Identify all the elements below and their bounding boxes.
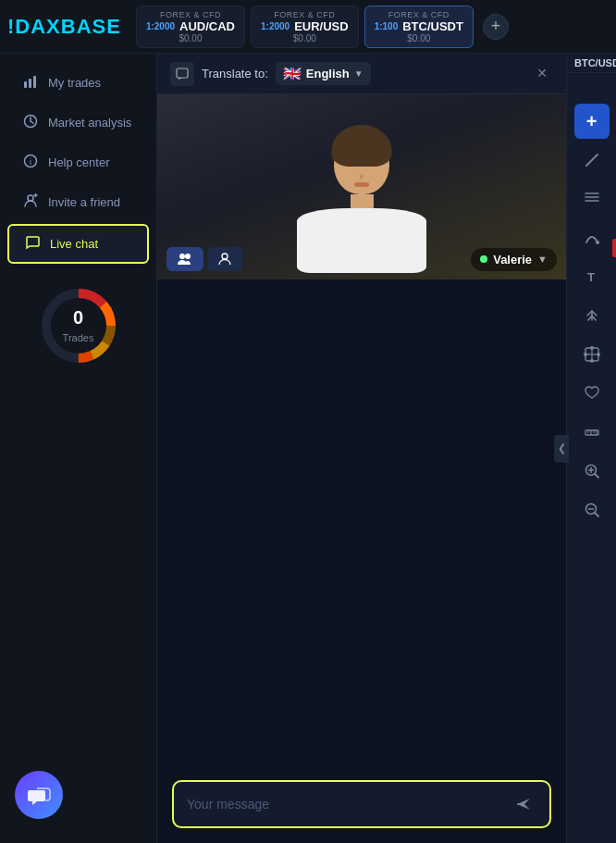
nodes-tool-button[interactable] [574,337,610,372]
chat-header: Translate to: 🇬🇧 English ▼ × [157,54,566,94]
sidebar-label-market-analysis: Market analysis [48,116,131,130]
svg-text:i: i [30,157,31,167]
fork-tool-button[interactable] [574,298,610,333]
sidebar-item-live-chat[interactable]: Live chat [7,224,149,264]
sidebar-item-my-trades[interactable]: My trades [7,65,149,101]
main-layout: My trades Market analysis i Help center [0,54,616,843]
close-button[interactable]: × [531,63,553,85]
add-pair-button[interactable]: + [483,14,509,40]
chart-icon [22,74,39,92]
operator-chevron-icon: ▼ [537,254,548,265]
logo: !DAXBASE [7,15,121,39]
zoom-in-button[interactable] [574,453,610,489]
single-chat-tab[interactable] [207,247,242,271]
sidebar-item-market-analysis[interactable]: Market analysis [7,105,149,141]
sidebar-item-invite-friend[interactable]: Invite a friend [7,184,149,220]
svg-line-43 [595,474,598,477]
ruler-tool-button[interactable] [574,415,610,450]
pair-tab-eur-usd[interactable]: Forex & CFD 1:2000 EUR/USD $0.00 [251,6,359,48]
video-area: Valerie ▼ [157,94,566,279]
group-chat-tab[interactable] [166,247,203,271]
pair-price-1: $0.00 [293,33,316,43]
svg-text:T: T [587,270,595,284]
operator-badge: Valerie ▼ [471,248,557,271]
pair-type-2: Forex & CFD [388,10,450,19]
svg-point-23 [596,241,599,244]
person-neck [351,194,374,208]
zoom-out-button[interactable] [574,492,610,527]
chat-icon [24,235,41,253]
chat-panel: Translate to: 🇬🇧 English ▼ × [157,54,566,843]
rays-tool-button[interactable] [574,181,610,217]
pair-tab-btc-usdt[interactable]: Forex & CFD 1:100 BTC/USDT $0.00 [364,6,474,48]
info-icon: i [22,154,39,171]
right-panel: BTC/USD + T [566,54,616,843]
right-panel-header: BTC/USD [567,54,616,73]
operator-tabs [166,247,242,271]
svg-point-17 [185,254,191,259]
operator-name: Valerie [493,253,532,267]
svg-point-36 [590,359,594,363]
pair-ratio-2: 1:100 [375,21,399,31]
topbar: !DAXBASE Forex & CFD 1:2000 AUD/CAD $0.0… [0,0,616,54]
chat-header-left: Translate to: 🇬🇧 English ▼ [170,62,371,86]
operator-online-dot [480,255,487,263]
sidebar-label-invite-friend: Invite a friend [48,195,120,209]
operator-strip: Valerie ▼ [157,239,566,279]
message-input[interactable] [187,797,501,812]
person-head [334,130,389,194]
logo-dax: DAX [15,15,60,38]
clock-icon [22,114,39,131]
logo-base: BASE [61,15,121,38]
language-selector[interactable]: 🇬🇧 English ▼ [276,62,371,85]
trades-count: 0 [63,307,94,329]
svg-rect-2 [33,76,36,88]
person-icon [22,193,39,211]
add-tool-button[interactable]: + [574,104,610,139]
svg-point-33 [584,353,587,356]
pair-price-0: $0.00 [179,33,202,43]
flag-icon: 🇬🇧 [283,65,302,82]
collapse-arrow[interactable]: ❮ [554,435,569,463]
sidebar-label-live-chat: Live chat [50,237,98,251]
pair-name-0: AUD/CAD [179,19,235,33]
chevron-down-icon: ▼ [354,68,363,79]
pair-name-2: BTC/USDT [402,19,463,33]
center-content: Translate to: 🇬🇧 English ▼ × [157,54,566,843]
sidebar: My trades Market analysis i Help center [0,54,157,843]
curve-tool-button[interactable] [574,220,610,255]
trades-donut-chart: 0 Trades [37,284,120,367]
language-text: English [306,67,350,81]
svg-rect-15 [177,68,188,78]
send-button[interactable] [511,791,536,817]
video-hair [332,125,392,167]
sidebar-item-help-center[interactable]: i Help center [7,144,149,180]
pair-type-1: Forex & CFD [274,10,335,19]
pair-name-1: EUR/USD [294,19,349,33]
chat-input-area [157,769,566,843]
svg-line-47 [595,513,598,516]
chat-input-wrapper [172,780,551,828]
line-tool-button[interactable] [574,143,610,178]
heart-tool-button[interactable] [574,376,610,411]
sidebar-label-my-trades: My trades [48,76,101,90]
pair-tab-aud-cad[interactable]: Forex & CFD 1:2000 AUD/CAD $0.00 [136,6,245,48]
svg-point-16 [179,254,185,259]
chat-header-icon[interactable] [170,62,194,86]
svg-point-18 [222,254,228,259]
svg-rect-1 [29,79,31,88]
text-tool-button[interactable]: T [574,259,610,294]
sidebar-bottom [0,756,156,834]
pair-type-0: Forex & CFD [160,10,221,19]
pair-ratio-1: 1:2000 [261,21,290,31]
svg-rect-0 [24,81,27,88]
pair-price-2: $0.00 [407,33,430,43]
chat-body[interactable] [157,279,566,769]
translate-label: Translate to: [202,67,268,81]
pair-ratio-0: 1:2000 [146,21,175,31]
red-accent-bar [612,239,616,257]
svg-point-6 [28,195,33,201]
svg-point-35 [590,346,594,350]
lc-logo-button[interactable] [15,771,63,819]
svg-line-19 [586,155,598,166]
